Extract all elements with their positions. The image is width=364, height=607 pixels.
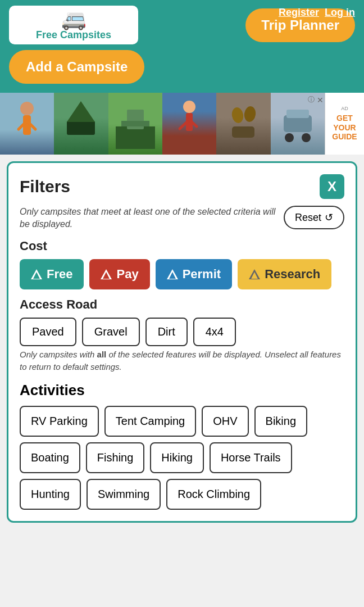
- access-section-title: Access Road: [20, 297, 344, 312]
- permit-triangle-icon: [167, 269, 178, 279]
- svg-rect-4: [67, 121, 95, 135]
- logo-icon: 🚐: [61, 9, 87, 29]
- activities-note-part1: Only campsites with: [20, 350, 97, 359]
- activity-hiking-button[interactable]: Hiking: [150, 442, 204, 473]
- svg-point-13: [231, 106, 245, 124]
- activity-ohv-button[interactable]: OHV: [202, 406, 248, 437]
- cost-free-button[interactable]: Free: [20, 259, 84, 289]
- access-dirt-button[interactable]: Dirt: [145, 318, 188, 346]
- free-triangle-icon: [31, 269, 42, 279]
- filter-note: Only campsites that meet at least one of…: [20, 206, 277, 231]
- logo-text: Free Campsites: [36, 29, 111, 41]
- ad-photo-5: [216, 93, 270, 155]
- activity-fishing-button[interactable]: Fishing: [86, 442, 144, 473]
- svg-marker-5: [67, 101, 95, 122]
- svg-rect-17: [286, 110, 309, 118]
- activity-rock-climbing-button[interactable]: Rock Climbing: [166, 479, 261, 510]
- svg-point-14: [244, 106, 257, 123]
- svg-rect-6: [116, 126, 155, 149]
- svg-rect-8: [121, 121, 149, 126]
- svg-point-0: [20, 102, 34, 115]
- login-link[interactable]: Log in: [325, 7, 355, 19]
- access-gravel-button[interactable]: Gravel: [82, 318, 140, 346]
- svg-point-18: [285, 133, 294, 142]
- reset-button[interactable]: Reset ↺: [284, 206, 344, 229]
- access-paved-button[interactable]: Paved: [20, 318, 76, 346]
- activities-section-title: Activities: [20, 382, 344, 399]
- svg-rect-15: [232, 126, 254, 138]
- ad-info-button[interactable]: ⓘ: [308, 95, 315, 105]
- activities-note: Only campsites with all of the selected …: [20, 348, 344, 374]
- ad-photo-3: [108, 93, 162, 155]
- research-label: Research: [265, 267, 320, 282]
- svg-point-19: [302, 133, 311, 142]
- activity-rv-parking-button[interactable]: RV Parking: [20, 406, 99, 437]
- logo-area: 🚐 Free Campsites: [9, 6, 138, 44]
- ad-photo-4: [162, 93, 216, 155]
- activity-swimming-button[interactable]: Swimming: [87, 479, 161, 510]
- access-4x4-button[interactable]: 4x4: [193, 318, 236, 346]
- cost-research-button[interactable]: Research: [238, 259, 331, 289]
- svg-point-9: [183, 101, 195, 113]
- access-buttons-group: Paved Gravel Dirt 4x4: [20, 318, 344, 346]
- reset-label: Reset: [295, 212, 321, 224]
- ad-photo-1: [0, 93, 54, 155]
- register-link[interactable]: Register: [279, 7, 319, 19]
- activity-buttons-group: RV Parking Tent Camping OHV Biking Boati…: [20, 406, 344, 510]
- free-label: Free: [47, 267, 72, 282]
- activity-biking-button[interactable]: Biking: [254, 406, 307, 437]
- cost-pay-button[interactable]: Pay: [89, 259, 149, 289]
- activity-hunting-button[interactable]: Hunting: [20, 479, 81, 510]
- ad-photo-2: [54, 93, 108, 155]
- ad-side[interactable]: AD GET YOUR GUIDE: [325, 93, 364, 155]
- activity-tent-camping-button[interactable]: Tent Camping: [104, 406, 196, 437]
- activities-note-bold: all: [97, 350, 107, 359]
- ad-guide-text: GET YOUR GUIDE: [330, 114, 360, 142]
- permit-label: Permit: [183, 267, 221, 282]
- reset-icon: ↺: [325, 211, 333, 224]
- activity-horse-trails-button[interactable]: Horse Trails: [210, 442, 292, 473]
- cost-buttons-group: Free Pay Permit Research: [20, 259, 344, 289]
- add-campsite-button[interactable]: Add a Campsite: [9, 50, 144, 84]
- cost-section-title: Cost: [20, 239, 344, 253]
- filters-title: Filters: [20, 177, 70, 196]
- research-triangle-icon: [249, 269, 260, 279]
- activity-boating-button[interactable]: Boating: [20, 442, 80, 473]
- ad-close-button[interactable]: ✕: [317, 95, 324, 105]
- pay-label: Pay: [116, 267, 138, 282]
- ad-banner: AD GET YOUR GUIDE ⓘ ✕: [0, 93, 364, 155]
- pay-triangle-icon: [101, 269, 112, 279]
- cost-permit-button[interactable]: Permit: [156, 259, 232, 289]
- ad-badge: AD: [341, 106, 348, 111]
- filters-close-button[interactable]: X: [320, 174, 344, 199]
- filters-panel: Filters X Only campsites that meet at le…: [7, 161, 357, 523]
